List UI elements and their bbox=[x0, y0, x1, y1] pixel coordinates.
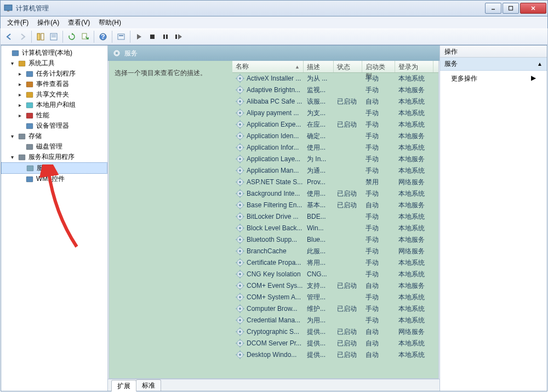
svg-point-144 bbox=[239, 285, 241, 287]
tree-item-WMI 控件[interactable]: WMI 控件 bbox=[1, 174, 107, 184]
header-status[interactable]: 状态 bbox=[334, 61, 362, 72]
service-row[interactable]: Application Iden...确定...手动本地服务 bbox=[232, 130, 438, 142]
help-button[interactable]: ? bbox=[96, 30, 110, 43]
service-row[interactable]: COM+ Event Sys...支持...已启动自动本地服务 bbox=[232, 280, 438, 292]
tree-item-存储[interactable]: 存储 bbox=[1, 131, 107, 141]
service-row[interactable]: Alipay payment ...为支...手动本地系统 bbox=[232, 107, 438, 119]
service-row[interactable]: Certificate Propa...将用...手动本地系统 bbox=[232, 257, 438, 269]
tree-item-计算机管理(本地)[interactable]: 计算机管理(本地) bbox=[1, 48, 107, 58]
service-row[interactable]: ActiveX Installer ...为从 ...手动本地系统 bbox=[232, 73, 438, 84]
service-row[interactable]: Bluetooth Supp...Blue...手动本地服务 bbox=[232, 234, 438, 246]
service-row[interactable]: Application Infor...使用...手动本地系统 bbox=[232, 142, 438, 154]
gear-icon bbox=[236, 247, 244, 255]
properties-button[interactable] bbox=[47, 30, 60, 43]
service-row[interactable]: BitLocker Drive ...BDE...手动本地系统 bbox=[232, 211, 438, 223]
tree-label: 服务和应用程序 bbox=[28, 152, 75, 162]
service-row[interactable]: Desktop Windo...提供...已启动自动本地系统 bbox=[232, 349, 438, 361]
svg-rect-23 bbox=[26, 82, 33, 87]
service-row[interactable]: Adaptive Brightn...监视...手动本地服务 bbox=[232, 84, 438, 96]
close-button[interactable] bbox=[520, 3, 546, 14]
toolbar: ? bbox=[0, 29, 548, 45]
tree-twisty[interactable] bbox=[9, 133, 15, 139]
list-rows[interactable]: ActiveX Installer ...为从 ...手动本地系统Adaptiv… bbox=[232, 73, 438, 378]
restart-service-button[interactable] bbox=[172, 30, 185, 43]
service-row[interactable]: Alibaba PC Safe ...该服...已启动自动本地系统 bbox=[232, 96, 438, 107]
tree-twisty[interactable] bbox=[16, 92, 23, 98]
service-row[interactable]: Base Filtering En...基本...已启动自动本地服务 bbox=[232, 200, 438, 211]
actions-section[interactable]: 服务 ▲ bbox=[440, 58, 547, 71]
gear-icon bbox=[112, 49, 121, 58]
service-row[interactable]: COM+ System A...管理...手动本地系统 bbox=[232, 292, 438, 303]
header-login[interactable]: 登录为 bbox=[395, 61, 433, 72]
service-row[interactable]: Block Level Back...Win...手动本地系统 bbox=[232, 223, 438, 234]
window-title: 计算机管理 bbox=[16, 4, 485, 13]
service-row[interactable]: CNG Key IsolationCNG...手动本地系统 bbox=[232, 269, 438, 280]
tree-item-磁盘管理[interactable]: 磁盘管理 bbox=[1, 141, 107, 152]
service-row[interactable]: Application Laye...为 In...手动本地服务 bbox=[232, 154, 438, 165]
service-row[interactable]: ASP.NET State S...Prov...禁用网络服务 bbox=[232, 177, 438, 188]
maximize-button[interactable] bbox=[503, 3, 519, 14]
tab-standard[interactable]: 标准 bbox=[136, 379, 161, 391]
nav-back-button[interactable] bbox=[3, 30, 16, 43]
tree-item-性能[interactable]: 性能 bbox=[1, 110, 107, 121]
service-row[interactable]: BranchCache此服...手动网络服务 bbox=[232, 246, 438, 257]
service-row[interactable]: Application Expe...在应...已启动手动本地系统 bbox=[232, 119, 438, 130]
tree-twisty[interactable] bbox=[16, 102, 23, 108]
tree-twisty[interactable] bbox=[16, 81, 23, 87]
header-name[interactable]: 名称▲ bbox=[232, 61, 304, 72]
menu-help[interactable]: 帮助(H) bbox=[94, 17, 125, 29]
service-login: 本地系统 bbox=[395, 74, 433, 83]
service-row[interactable]: Computer Brow...维护...已启动手动本地系统 bbox=[232, 303, 438, 315]
header-startup[interactable]: 启动类型 bbox=[362, 61, 395, 72]
tree-twisty[interactable] bbox=[16, 112, 23, 118]
gear-icon bbox=[236, 270, 244, 279]
gear-icon bbox=[236, 224, 244, 232]
tab-extended[interactable]: 扩展 bbox=[111, 380, 136, 391]
tree-item-共享文件夹[interactable]: 共享文件夹 bbox=[1, 89, 107, 100]
tree-item-系统工具[interactable]: 系统工具 bbox=[1, 58, 107, 69]
nav-forward-button[interactable] bbox=[16, 30, 29, 43]
service-startup: 自动 bbox=[362, 339, 395, 348]
service-row[interactable]: Cryptographic S...提供...已启动自动网络服务 bbox=[232, 326, 438, 338]
svg-point-48 bbox=[239, 100, 241, 103]
svg-rect-0 bbox=[4, 5, 12, 10]
service-row[interactable]: Background Inte...使用...已启动手动本地系统 bbox=[232, 188, 438, 200]
service-name: Application Laye... bbox=[247, 155, 300, 163]
tree-item-事件查看器[interactable]: 事件查看器 bbox=[1, 79, 107, 89]
tree-item-服务和应用程序[interactable]: 服务和应用程序 bbox=[1, 152, 107, 162]
service-startup: 手动 bbox=[362, 224, 395, 233]
service-row[interactable]: Credential Mana...为用...手动本地系统 bbox=[232, 315, 438, 326]
pause-service-button[interactable] bbox=[159, 30, 172, 43]
service-login: 本地系统 bbox=[395, 120, 433, 129]
refresh-button[interactable] bbox=[65, 30, 78, 43]
svg-rect-24 bbox=[26, 92, 33, 98]
tree-twisty[interactable] bbox=[9, 60, 15, 66]
start-service-button[interactable] bbox=[133, 30, 146, 43]
export-button[interactable] bbox=[78, 30, 92, 43]
tree-label: 磁盘管理 bbox=[36, 142, 62, 151]
svg-point-60 bbox=[239, 123, 241, 126]
tree-item-服务[interactable]: 服务 bbox=[1, 162, 107, 174]
service-row[interactable]: DCOM Server Pr...提供...已启动自动本地系统 bbox=[232, 338, 438, 349]
tree-item-任务计划程序[interactable]: 任务计划程序 bbox=[1, 69, 107, 79]
stop-service-button[interactable] bbox=[146, 30, 159, 43]
minimize-button[interactable] bbox=[485, 3, 501, 14]
app-icon bbox=[4, 4, 13, 13]
view-button[interactable] bbox=[115, 30, 128, 43]
tree-twisty[interactable] bbox=[9, 154, 15, 160]
service-name: Cryptographic S... bbox=[247, 328, 299, 336]
tabs-strip: 扩展 标准 bbox=[108, 379, 439, 391]
show-hide-tree-button[interactable] bbox=[34, 30, 47, 43]
menu-file[interactable]: 文件(F) bbox=[3, 17, 33, 29]
header-desc[interactable]: 描述 bbox=[304, 61, 334, 72]
tree-twisty[interactable] bbox=[16, 71, 23, 77]
menu-view[interactable]: 查看(V) bbox=[64, 17, 94, 29]
gear-icon bbox=[236, 86, 244, 94]
service-startup: 手动 bbox=[362, 304, 395, 314]
tree-item-本地用户和组[interactable]: 本地用户和组 bbox=[1, 100, 107, 110]
menu-action[interactable]: 操作(A) bbox=[33, 17, 64, 29]
gear-icon bbox=[236, 178, 244, 186]
more-actions[interactable]: 更多操作 ▶ bbox=[440, 71, 547, 87]
tree-item-设备管理器[interactable]: 设备管理器 bbox=[1, 121, 107, 131]
service-row[interactable]: Application Man...为通...手动本地系统 bbox=[232, 165, 438, 177]
